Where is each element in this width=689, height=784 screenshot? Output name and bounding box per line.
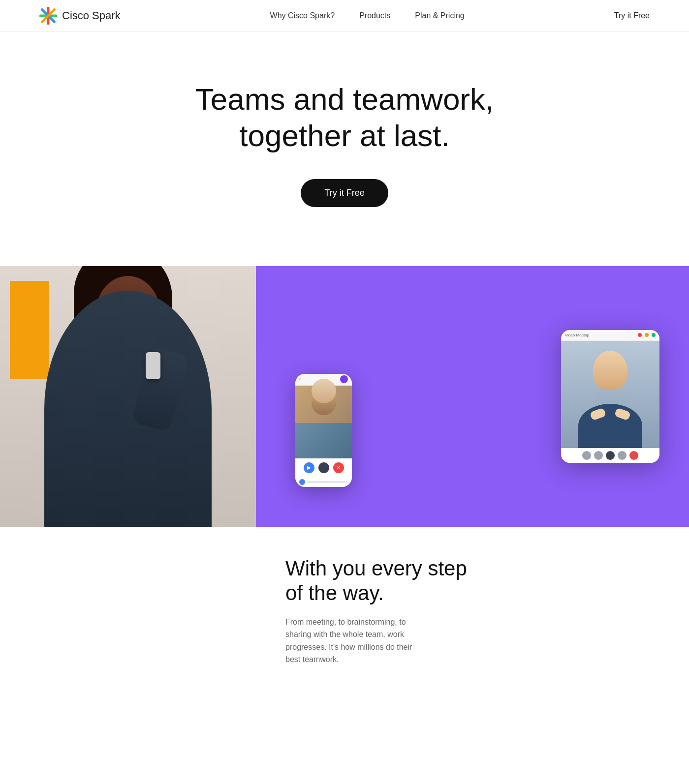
tablet-person-head <box>593 351 627 390</box>
tablet-ctrl-end <box>629 451 638 460</box>
tablet-mockup-large: Video Meetup <box>561 330 659 463</box>
phone-screen: ‹ ▶ — ✕ <box>295 374 352 487</box>
phone-back-arrow: ‹ <box>299 377 301 382</box>
hero-title-line2: together at last. <box>239 119 449 152</box>
tablet-screen-header: Video Meetup <box>561 330 659 341</box>
video-face-2 <box>312 379 336 403</box>
tablet-screen: Video Meetup <box>561 330 659 463</box>
tablet-ctrl-audio <box>594 451 603 460</box>
nav-link-pricing[interactable]: Plan & Pricing <box>415 11 465 20</box>
phone-video-bottom <box>295 423 352 458</box>
section2-title-line2: of the way. <box>285 581 384 604</box>
split-section: ‹ ▶ — ✕ <box>0 266 689 527</box>
below-right-content: With you every step of the way. From mee… <box>256 527 689 695</box>
phone-bottom-icon <box>299 479 305 485</box>
phone-progress-bar <box>307 481 348 483</box>
tablet-call-controls <box>561 448 659 463</box>
navbar: Cisco Spark Why Cisco Spark? Products Pl… <box>0 0 689 32</box>
brand-logo[interactable]: Cisco Spark <box>39 7 121 25</box>
phone-ctrl-end: ✕ <box>333 462 344 473</box>
traffic-light-red <box>638 333 642 337</box>
spark-icon <box>39 7 57 25</box>
woman-body <box>44 291 212 527</box>
section2-body: From meeting, to brainstorming, to shari… <box>285 616 423 666</box>
nav-links: Why Cisco Spark? Products Plan & Pricing <box>270 11 465 20</box>
phone-ctrl-mute: — <box>318 462 329 473</box>
split-left-photo <box>0 266 256 527</box>
tablet-status: Video Meetup <box>565 333 589 337</box>
phone-bottom-bar <box>295 477 352 487</box>
tablet-ctrl-people <box>618 451 626 460</box>
below-split-section: With you every step of the way. From mee… <box>0 527 689 695</box>
brand-name: Cisco Spark <box>62 9 121 22</box>
woman-photo-bg <box>0 266 256 527</box>
phone-mockups-container: ‹ ▶ — ✕ <box>256 266 689 527</box>
split-right-purple: ‹ ▶ — ✕ <box>256 266 689 527</box>
orange-art-block <box>10 281 49 379</box>
section2-title-line1: With you every step <box>285 557 467 580</box>
tablet-traffic-lights <box>638 333 656 337</box>
nav-link-why[interactable]: Why Cisco Spark? <box>270 11 335 20</box>
tablet-person-body <box>578 404 642 448</box>
hero-cta-button[interactable]: Try it Free <box>301 179 388 207</box>
phone-mockup-small: ‹ ▶ — ✕ <box>295 374 352 487</box>
phone-call-controls: ▶ — ✕ <box>295 458 352 477</box>
tablet-video-area <box>561 341 659 448</box>
below-left-spacer <box>0 527 256 695</box>
hero-section: Teams and teamwork, together at last. Tr… <box>0 32 689 246</box>
nav-link-products[interactable]: Products <box>359 11 390 20</box>
hero-title-line1: Teams and teamwork, <box>195 82 494 116</box>
traffic-light-green <box>652 333 656 337</box>
tablet-ctrl-screen <box>606 451 615 460</box>
woman-phone-prop <box>146 352 160 379</box>
phone-ctrl-video: ▶ <box>304 462 314 473</box>
hero-title: Teams and teamwork, together at last. <box>39 81 650 154</box>
traffic-light-yellow <box>645 333 649 337</box>
tablet-ctrl-video <box>582 451 591 460</box>
phone-contact-icon <box>340 375 348 383</box>
section2-title: With you every step of the way. <box>285 556 650 606</box>
nav-cta-button[interactable]: Try it Free <box>614 11 650 20</box>
